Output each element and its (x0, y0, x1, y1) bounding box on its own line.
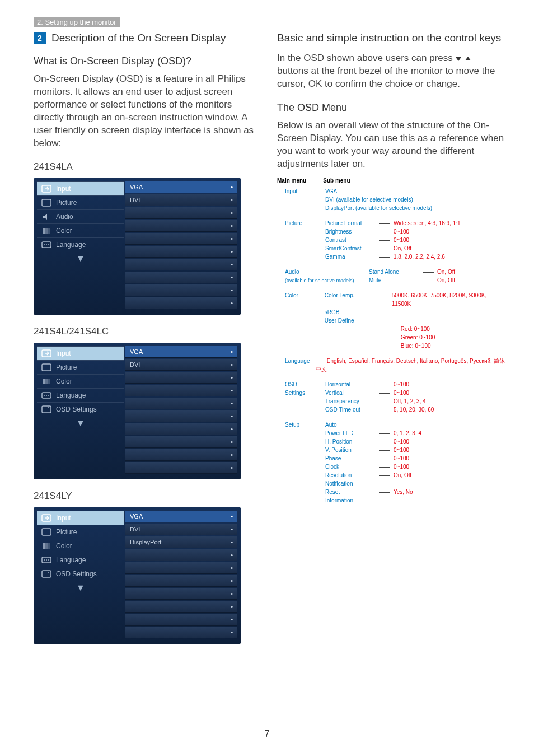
osd-submenu-row[interactable]: DVI• (125, 359, 237, 371)
osd-submenu-row[interactable]: • (125, 575, 237, 587)
osd-panel-b: InputPictureColorLanguageOSD Settings▼ V… (34, 343, 241, 479)
svg-marker-32 (465, 57, 471, 60)
osd-submenu-row[interactable]: • (125, 410, 237, 422)
osd-submenu-row[interactable]: VGA• (125, 511, 237, 522)
dot-icon: • (231, 400, 233, 407)
osd-menu-item[interactable]: Input (37, 346, 124, 360)
osd-menu-item[interactable]: Language (37, 237, 124, 251)
osd-menu-body: Below is an overall view of the structur… (277, 119, 505, 171)
osd-submenu-row[interactable]: • (125, 284, 237, 296)
osd-submenu-row[interactable]: DVI• (125, 524, 237, 535)
tree-value: On, Off (390, 471, 411, 488)
osd-submenu-row[interactable]: • (125, 549, 237, 561)
osd-submenu-row[interactable]: • (125, 562, 237, 574)
svg-rect-23 (45, 543, 48, 549)
osd-submenu-row[interactable]: DisplayPort• (125, 536, 237, 548)
osd-menu-item[interactable]: Picture (37, 195, 124, 209)
tree-sub-label: Transparency (317, 397, 379, 405)
osd-submenu-row[interactable]: • (125, 614, 237, 626)
osd-submenu-row[interactable]: • (125, 259, 237, 270)
osd-menu-item[interactable]: Input (37, 511, 124, 525)
osd-submenu-row[interactable]: • (125, 207, 237, 219)
dot-icon: • (231, 413, 233, 419)
down-scroll-icon[interactable]: ▼ (37, 581, 124, 595)
tree-picture-label: Picture (277, 219, 317, 261)
osd-submenu-row[interactable]: • (125, 588, 237, 600)
osd-submenu-row[interactable]: • (125, 627, 237, 638)
tree-sub-item: DVI (available for selective models) (317, 195, 432, 204)
tree-sub-label: Color Temp. (317, 291, 377, 308)
osd-item-label: OSD Settings (56, 405, 97, 413)
dot-icon: • (231, 426, 233, 432)
osd-menu-item[interactable]: Picture (37, 525, 124, 539)
model-b-label: 241S4L/241S4LC (34, 326, 261, 337)
osd-menu-item[interactable]: Color (37, 539, 124, 553)
osd-submenu-row[interactable]: • (125, 449, 237, 461)
osd-submenu-row[interactable]: • (125, 220, 237, 232)
down-scroll-icon[interactable]: ▼ (37, 251, 124, 266)
osd-sub-label: DVI (130, 197, 140, 203)
osd-submenu-row[interactable]: • (125, 385, 237, 396)
osd-submenu-row[interactable]: • (125, 436, 237, 448)
osd-menu-item[interactable]: Language (37, 388, 124, 402)
osd-submenu-row[interactable]: • (125, 398, 237, 409)
tree-value: On, Off (434, 268, 455, 276)
osd-menu-item[interactable]: OSD Settings (37, 567, 124, 581)
dot-icon: • (231, 387, 233, 394)
osd-item-label: Picture (56, 363, 77, 371)
dot-icon: • (231, 222, 233, 229)
osd-submenu-row[interactable]: VGA• (125, 346, 237, 358)
tree-value: 0~100 (390, 389, 409, 397)
svg-point-17 (48, 395, 49, 396)
osd-submenu-row[interactable]: DVI• (125, 194, 237, 206)
picture-icon (41, 363, 51, 371)
osd-submenu-row[interactable]: • (125, 272, 237, 283)
svg-rect-11 (43, 379, 45, 384)
osd-menu-item[interactable]: Color (37, 223, 124, 237)
audio-icon (41, 213, 51, 221)
tree-sub-label: Reset (317, 488, 379, 496)
down-scroll-icon[interactable]: ▼ (37, 416, 124, 431)
osd-menu-item[interactable]: OSD Settings (37, 402, 124, 416)
tree-language-label: Language (277, 357, 316, 374)
tree-sub-label: Horizontal (317, 380, 379, 389)
tree-value: 1.8, 2.0, 2.2, 2.4, 2.6 (390, 253, 445, 261)
osd-menu-item[interactable]: Color (37, 374, 124, 388)
osd-submenu-row[interactable]: • (125, 297, 237, 309)
tree-sub-label: Phase (317, 454, 379, 463)
dot-icon: • (231, 603, 233, 610)
osd-menu-item[interactable]: Language (37, 553, 124, 567)
tree-sub-item: VGA (317, 187, 432, 195)
osd-sub-label: VGA (130, 184, 143, 190)
osd-submenu-row[interactable]: • (125, 423, 237, 435)
osd-submenu-row[interactable]: • (125, 233, 237, 245)
dot-icon: • (231, 348, 233, 355)
tree-sub-label: Stand Alone (361, 268, 423, 276)
osd-sub-label: DVI (130, 361, 140, 368)
osd-panel-c: InputPictureColorLanguageOSD Settings▼ V… (34, 507, 241, 644)
osd-menu-item[interactable]: Input (37, 181, 124, 195)
osd-item-label: Language (56, 391, 86, 399)
osd-item-label: Language (56, 556, 86, 564)
dot-icon: • (231, 209, 233, 216)
svg-rect-29 (42, 571, 51, 577)
model-c-label: 241S4LY (34, 491, 261, 502)
osd-panel-a: InputPictureAudioColorLanguage▼ VGA•DVI•… (34, 178, 241, 315)
tree-value: Red: 0~100 (390, 326, 430, 332)
tree-value: On, Off (434, 276, 455, 284)
osd-menu-item[interactable]: Picture (37, 360, 124, 374)
svg-rect-24 (48, 543, 50, 549)
language-icon (41, 391, 51, 399)
osd-submenu-row[interactable]: • (125, 372, 237, 384)
svg-point-26 (44, 559, 45, 561)
osd-submenu-row[interactable]: • (125, 246, 237, 258)
tree-head-sub: Sub menu (323, 176, 350, 185)
osd-submenu-row[interactable]: • (125, 601, 237, 613)
osd-menu-item[interactable]: Audio (37, 209, 124, 223)
osd-submenu-row[interactable]: VGA• (125, 181, 237, 193)
input-icon (41, 349, 51, 357)
tree-value: 0~100 (390, 236, 409, 244)
tree-sub-label: Resolution Notification (317, 471, 379, 488)
step-number-badge: 2 (34, 32, 46, 44)
osd-submenu-row[interactable]: • (125, 462, 237, 474)
